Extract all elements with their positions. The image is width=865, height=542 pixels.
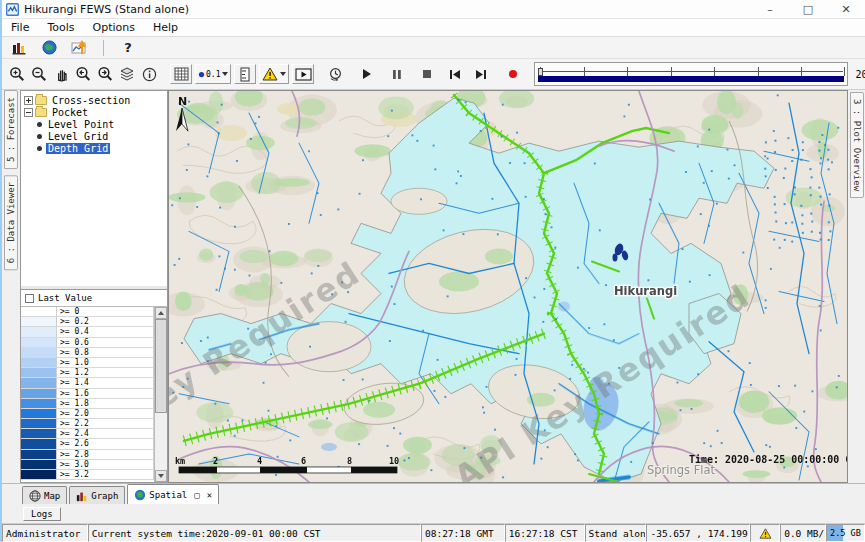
animation-button[interactable] — [292, 64, 314, 84]
explorer-globe-button[interactable] — [38, 38, 60, 58]
spatial-map[interactable]: API Key Required API Key Required N Hiku… — [168, 90, 848, 483]
legend-color-swatch — [21, 470, 57, 479]
tab-map[interactable]: Map — [22, 486, 67, 504]
status-memory: 2.5 GB — [826, 524, 865, 542]
scrollbar-track[interactable] — [155, 319, 167, 470]
tree-item-pocket[interactable]: Pocket — [23, 106, 167, 118]
pause-button[interactable] — [386, 64, 408, 84]
logs-button[interactable]: Logs — [23, 507, 61, 521]
legend-row[interactable]: >= 3.0 — [21, 460, 154, 470]
timeline-handle[interactable] — [538, 68, 543, 76]
tree-item-level-point[interactable]: Level Point — [23, 118, 167, 130]
tree-item-depth-grid[interactable]: Depth Grid — [23, 142, 167, 154]
tree-item-cross-section[interactable]: Cross-section — [23, 94, 167, 106]
timeline-period-bar — [538, 76, 844, 82]
status-system-time: Current system time:2020-09-01 00:00 CST — [88, 524, 421, 542]
chevron-down-icon — [280, 72, 286, 76]
legend-row[interactable]: >= 1.4 — [21, 378, 154, 388]
zoom-next-button[interactable] — [94, 64, 116, 84]
record-icon — [508, 69, 518, 79]
zoom-previous-button[interactable] — [72, 64, 94, 84]
profile-display-button[interactable] — [68, 38, 90, 58]
record-button[interactable] — [502, 64, 524, 84]
legend-row[interactable]: >= 2.0 — [21, 409, 154, 419]
rewind-clock-button[interactable] — [324, 64, 346, 84]
locality-label: Springs Flat — [647, 463, 716, 477]
legend-color-swatch — [21, 317, 57, 326]
tab-data-viewer[interactable]: 6 : Data Viewer — [4, 175, 18, 270]
legend-header: Last Value — [21, 290, 167, 307]
legend-row[interactable]: >= 0.4 — [21, 327, 154, 337]
tab-maximize-icon[interactable]: ▢ — [194, 490, 199, 500]
scrollbar-thumb[interactable] — [155, 319, 167, 413]
scale-tick-label: 10 — [389, 456, 399, 466]
menu-help[interactable]: Help — [144, 19, 187, 37]
last-value-checkbox[interactable] — [25, 294, 34, 303]
node-bullet-icon — [37, 134, 42, 139]
menu-file[interactable]: File — [2, 19, 38, 37]
legend-row[interactable]: >= 2.4 — [21, 429, 154, 439]
tab-close-icon[interactable]: ✕ — [207, 490, 212, 500]
legend-color-swatch — [21, 307, 57, 316]
database-status-icon — [11, 40, 27, 56]
menu-options[interactable]: Options — [84, 19, 144, 37]
menu-tools[interactable]: Tools — [38, 19, 83, 37]
help-button[interactable]: ? — [117, 38, 139, 58]
legend-row[interactable]: >= 0.8 — [21, 348, 154, 358]
window-title: Hikurangi FEWS (Stand alone) — [24, 3, 189, 16]
legend-row[interactable]: >= 2.8 — [21, 450, 154, 460]
grid-display-button[interactable] — [170, 64, 192, 84]
app-icon — [6, 3, 19, 16]
step-back-button[interactable] — [444, 64, 466, 84]
zoom-out-button[interactable] — [28, 64, 50, 84]
info-button[interactable] — [138, 64, 160, 84]
legend-row-label: >= 0.6 — [57, 338, 154, 347]
pan-button[interactable] — [50, 64, 72, 84]
close-button[interactable]: ✕ — [827, 0, 865, 19]
tab-graph[interactable]: Graph — [69, 486, 125, 504]
legend-row[interactable]: >= 0.2 — [21, 317, 154, 327]
tree-item-label: Cross-section — [50, 95, 132, 106]
scroll-down-button[interactable] — [155, 470, 167, 482]
tab-spatial[interactable]: Spatial ▢ ✕ — [127, 484, 219, 504]
main-toolbar: ? — [2, 37, 865, 59]
tab-plot-overview[interactable]: 3 : Plot Overview — [850, 92, 864, 198]
legend-row[interactable]: >= 1.0 — [21, 358, 154, 368]
legend-row[interactable]: >= 2.2 — [21, 419, 154, 429]
maximize-button[interactable]: □ — [789, 0, 827, 19]
legend-row[interactable]: >= 2.6 — [21, 439, 154, 449]
zoom-in-button[interactable] — [6, 64, 28, 84]
minimize-button[interactable]: – — [751, 0, 789, 19]
stop-button[interactable] — [416, 64, 438, 84]
legend-color-swatch — [21, 419, 57, 428]
vertical-profile-button[interactable] — [234, 64, 256, 84]
tree-item-level-grid[interactable]: Level Grid — [23, 130, 167, 142]
legend-row[interactable]: >= 1.2 — [21, 368, 154, 378]
status-bar: Administrator Current system time:2020-0… — [2, 524, 865, 542]
timeline-slider[interactable] — [534, 62, 848, 86]
legend-color-swatch — [21, 439, 57, 448]
expand-plus-icon[interactable] — [24, 96, 33, 105]
thresholds-dropdown[interactable] — [259, 64, 289, 84]
legend-row[interactable]: >= 0 — [21, 307, 154, 317]
legend-row-label: >= 2.8 — [57, 450, 154, 459]
info-icon — [142, 67, 157, 82]
legend-color-swatch — [21, 327, 57, 336]
play-button[interactable] — [356, 64, 378, 84]
legend-color-swatch — [21, 399, 57, 408]
step-forward-icon — [475, 69, 487, 80]
scroll-up-button[interactable] — [155, 307, 167, 319]
legend-row[interactable]: >= 1.6 — [21, 389, 154, 399]
database-status-button[interactable] — [8, 38, 30, 58]
legend-row[interactable]: >= 1.8 — [21, 399, 154, 409]
collapse-minus-icon[interactable] — [24, 108, 33, 117]
legend-row[interactable]: >= 3.2 — [21, 470, 154, 480]
tab-forecast[interactable]: 5 : Forecast — [4, 90, 18, 169]
classbreaks-dropdown[interactable]: 0.1 — [195, 64, 231, 84]
status-coordinates: -35.657 , 174.199 — [646, 524, 750, 542]
legend-row[interactable]: >= 0.6 — [21, 338, 154, 348]
zoom-in-icon — [9, 66, 25, 82]
legend-scrollbar[interactable] — [154, 307, 167, 482]
step-forward-button[interactable] — [470, 64, 492, 84]
layers-button[interactable] — [116, 64, 138, 84]
